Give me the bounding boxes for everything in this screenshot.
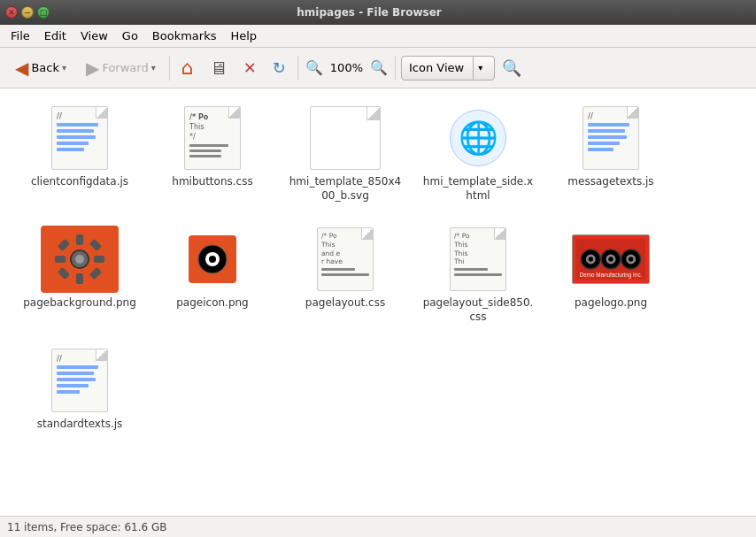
menu-view[interactable]: View [73,27,115,44]
separator-2 [297,56,298,81]
toolbar: ◀ Back ▾ ▶ Forward ▾ ⌂ 🖥 ✕ ↻ 🔍 100% 🔍 I [0,48,756,88]
back-button[interactable]: ◀ Back ▾ [7,53,74,83]
file-item-pageicon[interactable]: pageicon.png [150,219,274,331]
svg-rect-2 [76,234,83,245]
window-controls[interactable]: ✕ − □ [5,6,50,19]
pagelogo-icon: Demo Manufacturing Inc. [572,234,650,284]
file-label-pageicon: pageicon.png [176,296,249,311]
zoom-in-button[interactable]: 🔍 [368,58,390,79]
forward-button[interactable]: ▶ Forward ▾ [78,53,164,83]
js-file-icon-3: // [51,349,108,412]
file-item-pagelogo[interactable]: Demo Manufacturing Inc. pagelogo.png [549,219,673,331]
gear-svg [51,231,108,288]
svg-rect-8 [58,267,70,280]
zoom-in-icon: 🔍 [370,59,388,76]
menu-bookmarks[interactable]: Bookmarks [145,27,224,44]
pagelayout-side-css-icon: /* Po This This Thi [450,227,506,291]
file-label-messagetexts: messagetexts.js [567,175,653,189]
file-label-pagelayout-side: pagelayout_side850.css [420,296,536,324]
view-mode-label: Icon View [409,61,464,74]
file-item-pagelayout-side[interactable]: /* Po This This Thi pagelayout_side850.c… [416,219,540,331]
file-item-hmi-template[interactable]: hmi_template_850x400_b.svg [283,97,407,210]
file-icon-pagelayout-side: /* Po This This Thi [439,226,517,293]
menu-edit[interactable]: Edit [37,27,73,44]
search-button[interactable]: 🔍 [498,55,525,81]
home-icon: ⌂ [181,57,194,79]
js-file-icon-2: // [582,106,639,170]
file-item-hmi-template-side[interactable]: 🌐 hmi_template_side.xhtml [416,97,540,210]
file-icon-clientconfigdata: // [41,104,119,172]
svg-rect-6 [58,239,70,251]
svg-rect-3 [76,273,83,284]
home-button[interactable]: ⌂ [175,52,200,83]
menubar: File Edit View Go Bookmarks Help [0,25,756,48]
svg-point-14 [209,256,216,263]
file-icon-messagetexts: // [572,104,650,172]
zoom-out-button[interactable]: 🔍 [304,58,325,79]
svg-rect-4 [55,256,66,263]
file-label-pagelogo: pagelogo.png [575,296,647,311]
xhtml-icon: 🌐 [450,110,506,166]
minimize-button[interactable]: − [21,6,34,19]
forward-icon: ▶ [86,58,99,79]
file-label-hmibuttons: hmibuttons.css [172,175,252,189]
reload-button[interactable]: ↻ [266,54,292,81]
file-grid: // clientconfigdata.js /* Po This */ [18,97,738,439]
view-mode-select[interactable]: Icon View ▾ [401,56,495,81]
pageicon-icon [189,235,236,283]
file-item-pagebackground[interactable]: pagebackground.png [18,219,142,331]
file-icon-pageicon [174,226,251,293]
stop-button[interactable]: ✕ [237,54,263,81]
file-item-standardtexts[interactable]: // standardtexts.js [18,340,142,439]
file-label-hmi-template-side: hmi_template_side.xhtml [420,175,536,203]
file-icon-hmi-template-side: 🌐 [439,104,517,172]
file-item-hmibuttons[interactable]: /* Po This */ hmibuttons.css [150,97,274,210]
file-item-pagelayout[interactable]: /* Po This and e r have pagelayout.css [283,219,407,331]
window-title: hmipages - File Browser [50,6,689,19]
stop-icon: ✕ [243,58,257,77]
svg-rect-9 [89,267,102,280]
file-label-clientconfigdata: clientconfigdata.js [31,175,128,189]
file-icon-standardtexts: // [41,347,119,414]
computer-button[interactable]: 🖥 [204,53,234,83]
svg-point-18 [589,257,593,261]
menu-help[interactable]: Help [223,27,264,44]
file-label-standardtexts: standardtexts.js [37,418,123,432]
zoom-level: 100% [327,61,366,74]
file-icon-hmi-template [306,104,384,172]
zoom-group: 🔍 100% 🔍 [304,58,390,79]
css-file-icon: /* Po This */ [184,106,241,170]
back-label: Back [31,61,59,74]
computer-icon: 🖥 [210,58,228,79]
back-icon: ◀ [15,58,28,79]
forward-arrow-icon[interactable]: ▾ [151,63,156,73]
js-file-icon: // [51,106,108,170]
zoom-out-icon: 🔍 [305,59,323,76]
back-arrow-icon[interactable]: ▾ [62,63,66,73]
titlebar: ✕ − □ hmipages - File Browser [0,0,756,25]
svg-rect-5 [94,256,104,263]
reload-icon: ↻ [273,58,286,77]
file-label-pagebackground: pagebackground.png [23,296,136,311]
search-icon: 🔍 [502,58,521,77]
separator-1 [169,56,170,81]
svg-template-icon [310,106,381,170]
svg-text:Demo Manufacturing Inc.: Demo Manufacturing Inc. [580,272,643,279]
gear-bg-icon [41,226,119,293]
pagelogo-svg: Demo Manufacturing Inc. [576,237,645,281]
file-icon-pagelayout: /* Po This and e r have [306,226,384,293]
file-label-hmi-template: hmi_template_850x400_b.svg [288,175,403,203]
statusbar: 11 items, Free space: 61.6 GB [0,516,756,537]
close-button[interactable]: ✕ [5,6,18,19]
svg-point-21 [608,257,613,261]
pagelayout-css-icon: /* Po This and e r have [317,227,374,291]
pageicon-svg [196,242,229,276]
file-item-messagetexts[interactable]: // messagetexts.js [549,97,673,210]
file-item-clientconfigdata[interactable]: // clientconfigdata.js [18,97,142,210]
menu-go[interactable]: Go [115,27,145,44]
file-area: // clientconfigdata.js /* Po This */ [0,88,756,516]
svg-point-24 [629,257,633,261]
maximize-button[interactable]: □ [37,6,50,19]
separator-3 [395,56,396,81]
menu-file[interactable]: File [4,27,37,44]
